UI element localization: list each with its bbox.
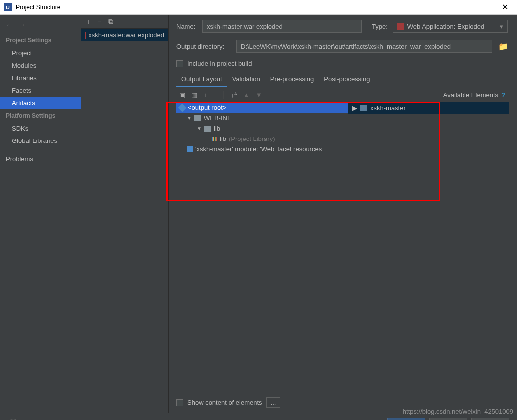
available-label: Available Elements [443, 91, 498, 99]
app-icon: IJ [4, 3, 12, 11]
war-icon [397, 23, 404, 30]
available-header: Available Elements ? [348, 87, 509, 102]
folder-icon [204, 126, 211, 132]
forward-icon: → [19, 21, 26, 29]
new-folder-icon[interactable]: ▣ [179, 91, 185, 99]
add-element-icon[interactable]: + [203, 91, 207, 99]
back-icon[interactable]: ← [6, 21, 13, 29]
facet-label: 'xskh-master' module: 'Web' facet resour… [195, 145, 322, 153]
browse-folder-icon[interactable]: 📁 [497, 40, 509, 52]
type-select[interactable]: Web Application: Exploded ▾ [393, 20, 508, 33]
tabs: Output Layout Validation Pre-processing … [176, 72, 509, 87]
cancel-button[interactable]: Cancel [429, 418, 467, 420]
folder-icon [194, 115, 201, 121]
dots-button[interactable]: ... [266, 397, 281, 408]
module-icon [360, 105, 367, 111]
remove-element-icon[interactable]: − [213, 91, 217, 99]
sidebar-item-libraries[interactable]: Libraries [0, 72, 81, 84]
layout-toolbar: ▣ ▥ + − | ↓ᴬ ▲ ▼ [176, 87, 348, 102]
sidebar-item-problems[interactable]: Problems [0, 153, 81, 165]
lib-folder-label: lib [214, 125, 220, 132]
name-row: Name: Type: Web Application: Exploded ▾ [176, 20, 509, 33]
tab-validation[interactable]: Validation [227, 72, 265, 87]
ok-button[interactable]: OK [387, 418, 425, 420]
available-panel: Available Elements ? ▶ xskh-master [348, 87, 509, 154]
down-icon[interactable]: ▼ [256, 91, 262, 99]
tab-output-layout[interactable]: Output Layout [176, 72, 227, 87]
facet-icon [187, 146, 193, 152]
output-root-label: <output root> [188, 104, 226, 111]
layout-area: ▣ ▥ + − | ↓ᴬ ▲ ▼ <output root> [176, 87, 509, 154]
artifact-label: xskh-master:war exploded [88, 31, 164, 39]
available-item-label: xskh-master [370, 104, 406, 112]
section-platform-settings: Platform Settings [0, 109, 81, 122]
artifact-list-item[interactable]: xskh-master:war exploded [81, 29, 168, 41]
available-item[interactable]: ▶ xskh-master [348, 102, 509, 114]
sidebar-item-facets[interactable]: Facets [0, 84, 81, 97]
copy-icon[interactable]: ⧉ [108, 17, 113, 26]
available-help-icon[interactable]: ? [501, 91, 505, 99]
apply-button[interactable]: Apply [471, 418, 509, 420]
show-content-checkbox[interactable] [176, 399, 183, 406]
window-title: Project Structure [16, 4, 497, 11]
bottom-bar: Show content of elements ... [169, 392, 517, 413]
name-input[interactable] [202, 20, 362, 33]
sort-icon[interactable]: ↓ᴬ [231, 91, 237, 99]
artifact-toolbar: + − ⧉ [81, 15, 168, 29]
tree-lib-item[interactable]: lib (Project Library) [176, 134, 348, 144]
tree-webinf[interactable]: ▼ WEB-INF [176, 113, 348, 123]
type-value: Web Application: Exploded [407, 23, 484, 30]
lib-hint: (Project Library) [229, 135, 275, 142]
expand-icon[interactable]: ▼ [197, 126, 202, 131]
tab-post-processing[interactable]: Post-processing [319, 72, 375, 87]
footer: ? OK Cancel Apply [0, 413, 517, 420]
close-icon[interactable]: ✕ [497, 2, 513, 12]
sidebar-item-global-libraries[interactable]: Global Libraries [0, 135, 81, 147]
show-content-label: Show content of elements [187, 399, 262, 406]
tree-output-root[interactable]: <output root> [176, 102, 348, 113]
webinf-label: WEB-INF [204, 114, 231, 122]
name-label: Name: [176, 23, 197, 30]
output-tree-panel: ▣ ▥ + − | ↓ᴬ ▲ ▼ <output root> [176, 87, 348, 154]
output-root-icon [178, 103, 187, 112]
up-icon[interactable]: ▲ [243, 91, 250, 99]
artifact-list-panel: + − ⧉ xskh-master:war exploded [81, 15, 169, 413]
lib-item-label: lib [220, 135, 226, 142]
type-label: Type: [372, 23, 388, 30]
content-panel: Name: Type: Web Application: Exploded ▾ … [169, 15, 517, 413]
sidebar-item-sdks[interactable]: SDKs [0, 122, 81, 135]
section-project-settings: Project Settings [0, 34, 81, 47]
include-row: Include in project build [176, 60, 509, 67]
sidebar: ← → Project Settings Project Modules Lib… [0, 15, 81, 413]
output-dir-label: Output directory: [176, 43, 231, 50]
remove-icon[interactable]: − [97, 18, 101, 26]
library-icon [212, 137, 217, 141]
chevron-down-icon: ▾ [500, 23, 503, 30]
sidebar-item-project[interactable]: Project [0, 47, 81, 59]
show-content-row: Show content of elements [176, 399, 262, 406]
tree-lib-folder[interactable]: ▼ lib [176, 123, 348, 134]
sidebar-item-artifacts[interactable]: Artifacts [0, 97, 81, 109]
main-area: ← → Project Settings Project Modules Lib… [0, 15, 517, 413]
expand-icon[interactable]: ▶ [352, 104, 357, 112]
output-dir-input[interactable] [236, 40, 492, 53]
tree-facet[interactable]: 'xskh-master' module: 'Web' facet resour… [176, 144, 348, 154]
titlebar: IJ Project Structure ✕ [0, 0, 517, 15]
add-icon[interactable]: + [86, 18, 90, 26]
tab-pre-processing[interactable]: Pre-processing [265, 72, 319, 87]
output-tree: <output root> ▼ WEB-INF ▼ lib [176, 102, 348, 154]
output-dir-row: Output directory: 📁 [176, 40, 509, 53]
nav-arrows: ← → [0, 19, 81, 34]
include-checkbox[interactable] [176, 60, 183, 67]
expand-icon[interactable]: ▼ [187, 115, 192, 121]
column-icon[interactable]: ▥ [191, 91, 197, 99]
include-label: Include in project build [187, 60, 252, 67]
sidebar-item-modules[interactable]: Modules [0, 59, 81, 72]
